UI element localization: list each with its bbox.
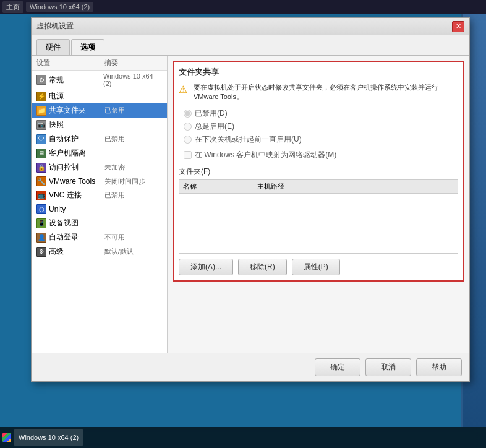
dialog-title: 虚拟机设置 [36, 21, 74, 32]
taskbar-top-label: 主页 [2, 1, 23, 13]
ok-button[interactable]: 确定 [315, 358, 360, 376]
sidebar-summary-advanced: 默认/默认 [104, 247, 134, 256]
sidebar-item-snapshot[interactable]: 📷 快照 [32, 118, 167, 132]
windows-start-icon[interactable] [2, 433, 11, 442]
section-title-file-share: 文件夹共享 [179, 67, 458, 78]
sidebar-summary-auto-protect: 已禁用 [104, 134, 125, 144]
share-mode-radio-group: 已禁用(D) 总是启用(E) 在下次关机或挂起前一直启用(U) [179, 108, 458, 145]
taskbar-vm-label: Windows 10 x64 (2) [19, 434, 79, 441]
map-network-drive-checkbox-label[interactable]: 在 Windows 客户机中映射为网络驱动器(M) [179, 150, 458, 160]
radio-always[interactable]: 总是启用(E) [184, 121, 458, 132]
folder-icon: 📁 [36, 106, 46, 116]
warning-box: ⚠ 要在虚拟机处于开启状态时修改共享文件夹，必须在客户机操作系统中安装并运行 V… [179, 83, 458, 102]
radio-disabled-label: 已禁用(D) [195, 108, 228, 119]
dialog-vm-settings: 虚拟机设置 ✕ 硬件 选项 设置 摘要 ⚙ 常规 Windows 10 x64 … [31, 17, 470, 382]
map-network-drive-label: 在 Windows 客户机中映射为网络驱动器(M) [195, 150, 336, 160]
sidebar-label-power: 电源 [49, 91, 104, 101]
add-button[interactable]: 添加(A)... [179, 259, 233, 275]
sidebar-label-device-view: 设备视图 [49, 218, 104, 228]
file-share-section: 文件夹共享 ⚠ 要在虚拟机处于开启状态时修改共享文件夹，必须在客户机操作系统中安… [173, 61, 464, 282]
remove-button[interactable]: 移除(R) [238, 259, 287, 275]
tab-hardware[interactable]: 硬件 [36, 39, 70, 55]
sidebar-item-access-control[interactable]: 🔒 访问控制 未加密 [32, 160, 167, 174]
radio-disabled-input[interactable] [184, 110, 192, 118]
sidebar-label-general: 常规 [49, 75, 103, 85]
main-content: 设置 摘要 ⚙ 常规 Windows 10 x64 (2) ⚡ 电源 📁 共享文… [32, 56, 469, 353]
taskbar-top: 主页 Windows 10 x64 (2) [0, 0, 486, 14]
sidebar-item-vnc[interactable]: 📺 VNC 连接 已禁用 [32, 188, 167, 202]
tab-options[interactable]: 选项 [71, 39, 104, 55]
sidebar-header: 设置 摘要 [32, 56, 167, 71]
sidebar-label-snapshot: 快照 [49, 119, 104, 130]
title-bar: 虚拟机设置 ✕ [32, 18, 469, 35]
advanced-icon: ⚙ [36, 247, 46, 257]
right-panel: 文件夹共享 ⚠ 要在虚拟机处于开启状态时修改共享文件夹，必须在客户机操作系统中安… [168, 56, 469, 353]
sidebar-label-guest-isolation: 客户机隔离 [49, 148, 104, 158]
sidebar-label-access-control: 访问控制 [49, 162, 104, 173]
sidebar-label-shared-folders: 共享文件夹 [49, 105, 104, 116]
sidebar-item-unity[interactable]: ⬡ Unity [32, 202, 167, 216]
sidebar: 设置 摘要 ⚙ 常规 Windows 10 x64 (2) ⚡ 电源 📁 共享文… [32, 56, 168, 353]
taskbar-vm-label: Windows 10 x64 (2) [26, 2, 93, 12]
sidebar-label-advanced: 高级 [49, 246, 104, 257]
sidebar-item-advanced[interactable]: ⚙ 高级 默认/默认 [32, 244, 167, 259]
gear-icon: ⚙ [36, 75, 46, 85]
sidebar-item-guest-isolation[interactable]: 🖥 客户机隔离 [32, 146, 167, 160]
warning-icon: ⚠ [179, 83, 190, 94]
vmware-icon: 🔧 [36, 176, 46, 186]
sidebar-label-autologon: 自动登录 [49, 232, 104, 243]
sidebar-item-power[interactable]: ⚡ 电源 [32, 89, 167, 103]
files-table-body [179, 194, 458, 249]
close-button[interactable]: ✕ [452, 21, 464, 32]
device-icon: 📱 [36, 218, 46, 228]
sidebar-summary-vnc: 已禁用 [104, 191, 125, 200]
sidebar-col-summary: 摘要 [104, 58, 162, 67]
sidebar-label-vmware-tools: VMware Tools [49, 177, 104, 186]
radio-always-input[interactable] [184, 123, 192, 131]
sidebar-summary-access-control: 未加密 [104, 163, 125, 172]
sidebar-summary-vmware-tools: 关闭时间同步 [104, 177, 145, 186]
sidebar-item-autologon[interactable]: 👤 自动登录 不可用 [32, 230, 167, 244]
files-section-title: 文件夹(F) [179, 166, 458, 177]
help-button[interactable]: 帮助 [416, 358, 462, 376]
files-table: 名称 主机路径 [179, 179, 458, 254]
sidebar-item-auto-protect[interactable]: 🛡 自动保护 已禁用 [32, 132, 167, 146]
taskbar-vm-button[interactable]: Windows 10 x64 (2) [14, 429, 83, 446]
tab-bar: 硬件 选项 [32, 35, 469, 56]
files-col-name: 名称 [183, 182, 257, 191]
autologon-icon: 👤 [36, 233, 46, 243]
radio-until-off-label: 在下次关机或挂起前一直启用(U) [195, 134, 302, 145]
power-icon: ⚡ [36, 92, 46, 101]
shield-icon: 🛡 [36, 134, 46, 144]
sidebar-summary-shared-folders: 已禁用 [104, 106, 125, 115]
sidebar-label-vnc: VNC 连接 [49, 190, 104, 200]
unity-icon: ⬡ [36, 204, 46, 214]
sidebar-summary-autologon: 不可用 [104, 233, 125, 242]
radio-always-label: 总是启用(E) [195, 121, 234, 132]
sidebar-item-vmware-tools[interactable]: 🔧 VMware Tools 关闭时间同步 [32, 174, 167, 188]
radio-until-off-input[interactable] [184, 136, 192, 144]
sidebar-col-setting: 设置 [36, 58, 104, 67]
taskbar-bottom: Windows 10 x64 (2) [0, 427, 486, 448]
sidebar-item-shared-folders[interactable]: 📁 共享文件夹 已禁用 [32, 103, 167, 118]
properties-button[interactable]: 属性(P) [292, 259, 340, 275]
sidebar-label-auto-protect: 自动保护 [49, 134, 104, 144]
dialog-footer: 确定 取消 帮助 [32, 353, 469, 381]
sidebar-summary-general: Windows 10 x64 (2) [103, 72, 162, 87]
lock-icon: 🔒 [36, 163, 46, 173]
files-table-header: 名称 主机路径 [179, 180, 458, 194]
radio-disabled[interactable]: 已禁用(D) [184, 108, 458, 119]
snapshot-icon: 📷 [36, 120, 46, 130]
warning-text: 要在虚拟机处于开启状态时修改共享文件夹，必须在客户机操作系统中安装并运行 VMw… [194, 83, 458, 102]
map-network-drive-checkbox[interactable] [184, 151, 192, 159]
sidebar-item-general[interactable]: ⚙ 常规 Windows 10 x64 (2) [32, 71, 167, 89]
files-col-path: 主机路径 [257, 182, 454, 191]
sidebar-item-device-view[interactable]: 📱 设备视图 [32, 216, 167, 230]
sidebar-label-unity: Unity [49, 205, 104, 213]
vnc-icon: 📺 [36, 191, 46, 200]
action-buttons: 添加(A)... 移除(R) 属性(P) [179, 259, 458, 275]
monitor-icon: 🖥 [36, 149, 46, 158]
radio-until-off[interactable]: 在下次关机或挂起前一直启用(U) [184, 134, 458, 145]
cancel-button[interactable]: 取消 [365, 358, 411, 376]
